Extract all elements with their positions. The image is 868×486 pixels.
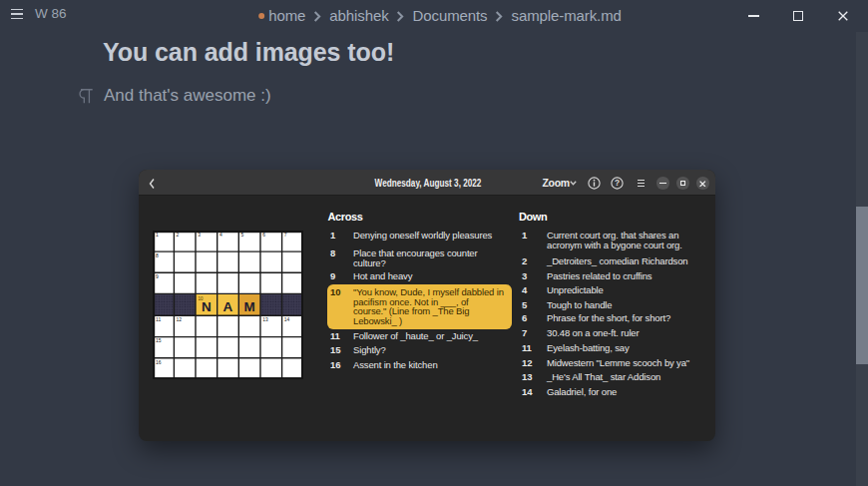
svg-text:1: 1 xyxy=(156,232,159,238)
svg-text:8: 8 xyxy=(156,252,159,258)
svg-text:M: M xyxy=(244,299,255,314)
svg-text:2: 2 xyxy=(177,232,180,238)
svg-text:6: 6 xyxy=(262,232,265,238)
svg-text:9: 9 xyxy=(156,273,159,279)
svg-text:4: 4 xyxy=(219,232,222,238)
svg-text:11: 11 xyxy=(156,316,161,322)
svg-text:N: N xyxy=(202,299,212,314)
svg-text:A: A xyxy=(223,299,233,314)
svg-text:7: 7 xyxy=(284,232,287,238)
svg-text:5: 5 xyxy=(240,232,243,238)
svg-text:15: 15 xyxy=(156,337,162,343)
svg-text:13: 13 xyxy=(262,316,268,322)
svg-text:3: 3 xyxy=(198,232,201,238)
svg-text:12: 12 xyxy=(177,316,183,322)
svg-text:16: 16 xyxy=(156,359,162,365)
svg-text:14: 14 xyxy=(284,316,290,322)
svg-text:?: ? xyxy=(615,178,620,188)
